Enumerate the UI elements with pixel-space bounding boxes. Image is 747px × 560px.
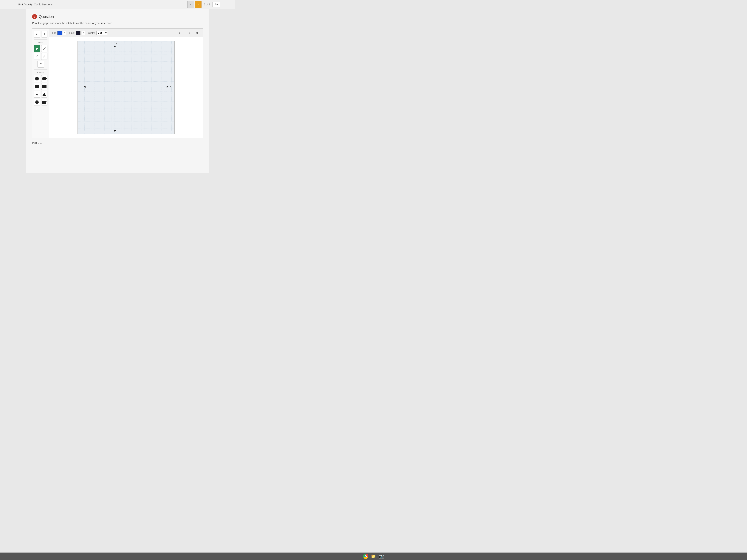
- square-filled-button[interactable]: [34, 83, 40, 90]
- prev-button[interactable]: ‹: [187, 1, 194, 8]
- bottom-text: Part D...: [32, 141, 42, 144]
- redo-button[interactable]: ↪: [186, 30, 191, 36]
- y-axis-label: y: [115, 42, 117, 45]
- line-tool-button[interactable]: [41, 45, 48, 52]
- left-toolbar: ⠿ T Lines: [32, 29, 49, 138]
- star-icon: ★: [35, 92, 38, 97]
- graph-container: x y: [49, 37, 203, 138]
- page-count: 5 of 7: [204, 3, 210, 6]
- bottom-section: Part D...: [32, 138, 203, 144]
- diamond-button[interactable]: [34, 99, 40, 105]
- lines-label: Lines: [34, 42, 47, 44]
- pen-icon: [35, 47, 38, 50]
- drawing-top-toolbar: Fill: ▼ Line: ▼ Width: 0.5 pt 1 pt 2 pt …: [49, 29, 203, 37]
- ellipse-filled-button[interactable]: [41, 75, 48, 82]
- diamond-icon: [35, 100, 39, 104]
- question-body: Print the graph and mark the attributes …: [32, 22, 203, 25]
- next-icon: ›: [198, 3, 199, 6]
- drawing-area: ⠿ T Lines: [32, 28, 203, 138]
- pen-tool-button[interactable]: [34, 45, 40, 52]
- star-button[interactable]: ★: [34, 91, 40, 98]
- svg-line-1: [43, 47, 45, 50]
- width-group: Width: 0.5 pt 1 pt 2 pt 3 pt 4 pt: [88, 31, 108, 35]
- rect-filled-icon: [42, 85, 47, 88]
- triangle-button[interactable]: [41, 91, 48, 98]
- fill-color-swatch[interactable]: [57, 31, 62, 35]
- main-content: ? Question Print the graph and mark the …: [26, 9, 209, 173]
- circle-filled-button[interactable]: [34, 75, 40, 82]
- fill-label: Fill:: [52, 31, 56, 34]
- question-header: ? Question: [32, 14, 203, 19]
- square-filled-icon: [35, 85, 38, 88]
- save-button[interactable]: Sa: [212, 2, 221, 7]
- line-icon: [43, 47, 46, 50]
- line-color-swatch[interactable]: [76, 31, 80, 35]
- arrow-both-icon: [43, 55, 46, 58]
- fill-group: Fill: ▼: [52, 31, 66, 35]
- shapes-label: Shapes: [34, 72, 47, 74]
- select-tool-button[interactable]: ⠿: [34, 31, 40, 37]
- question-icon: ?: [32, 14, 37, 19]
- lines-row-2: [34, 53, 47, 60]
- text-tool-button[interactable]: T: [41, 31, 48, 37]
- parallelogram-button[interactable]: [41, 99, 48, 105]
- undo-button[interactable]: ↩: [177, 30, 183, 36]
- nav-controls: ‹ › 5 of 7 Sa: [187, 1, 221, 8]
- right-content: Fill: ▼ Line: ▼ Width: 0.5 pt 1 pt 2 pt …: [49, 29, 203, 138]
- line-color-dropdown[interactable]: ▼: [82, 31, 85, 35]
- width-label: Width:: [88, 31, 95, 34]
- arrow-both-tool-button[interactable]: [41, 53, 48, 60]
- parallelogram-icon: [42, 101, 47, 104]
- page-title: Unit Activity: Conic Sections: [18, 3, 53, 6]
- ellipse-filled-icon: [42, 77, 47, 80]
- lines-row-1: [34, 45, 47, 52]
- fill-color-dropdown[interactable]: ▼: [63, 31, 66, 35]
- save-label: Sa: [215, 3, 218, 6]
- top-bar: Unit Activity: Conic Sections ‹ › 5 of 7…: [0, 0, 235, 9]
- rect-filled-button[interactable]: [41, 83, 48, 90]
- lines-row-3: [34, 61, 47, 68]
- svg-rect-10: [78, 41, 175, 134]
- line-group: Line: ▼: [69, 31, 85, 35]
- next-button[interactable]: ›: [195, 1, 202, 8]
- graph-svg: x y: [78, 41, 175, 134]
- graph-canvas[interactable]: x y: [77, 41, 175, 134]
- delete-button[interactable]: 🗑: [195, 30, 200, 36]
- curved-arrow-icon: [39, 62, 43, 66]
- line-label: Line:: [69, 31, 75, 34]
- shapes-row-4: [34, 99, 47, 105]
- arrow-right-tool-button[interactable]: [34, 53, 40, 60]
- shapes-row-1: [34, 75, 47, 82]
- prev-icon: ‹: [190, 3, 191, 6]
- circle-filled-icon: [35, 77, 39, 80]
- curved-arrow-tool-button[interactable]: [37, 61, 44, 68]
- triangle-icon: [42, 92, 46, 96]
- main-tools-row: ⠿ T: [34, 31, 47, 37]
- question-title: Question: [39, 15, 54, 19]
- shapes-row-3: ★: [34, 91, 47, 98]
- arrow-right-icon: [35, 55, 38, 58]
- x-axis-label: x: [170, 85, 171, 88]
- shapes-row-2: [34, 83, 47, 90]
- width-select[interactable]: 0.5 pt 1 pt 2 pt 3 pt 4 pt: [96, 31, 108, 35]
